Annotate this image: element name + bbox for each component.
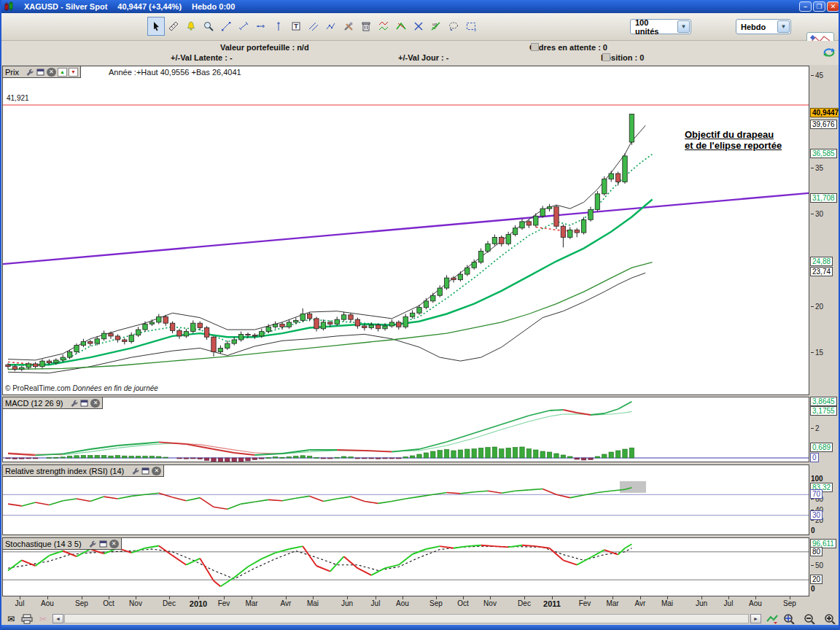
month-label: Avr <box>281 599 292 607</box>
axis-tick: 20 <box>811 303 823 311</box>
account-summary: Valeur portefeuille : n/d Ordres en atte… <box>1 41 840 65</box>
print-icon[interactable] <box>20 613 34 624</box>
stochastic-chart[interactable]: Stochastique (14 3 5) ✕ <box>2 537 809 596</box>
tool-pattern-fork[interactable] <box>392 17 410 36</box>
detach-window-icon[interactable] <box>98 540 108 548</box>
wrench-icon[interactable] <box>130 467 139 475</box>
units-dropdown[interactable]: 100 unités ▼ <box>630 19 691 34</box>
axis-tag: 30 <box>810 510 822 520</box>
tool-channel[interactable] <box>305 17 322 36</box>
macd-panel-title: MACD (12 26 9) <box>5 399 63 408</box>
tool-alarm[interactable] <box>182 17 200 36</box>
axis-tick: 0 <box>811 585 815 593</box>
chart-annotation[interactable]: Objectif du drapeau et de l'elipse repor… <box>685 129 782 151</box>
tool-settings[interactable] <box>340 17 357 36</box>
portfolio-value: Valeur portefeuille : n/d <box>220 43 309 52</box>
price-chart[interactable]: Prix ✕ ▲ ▼ Année :+Haut 40,9556 +Bas 26,… <box>2 66 809 395</box>
tool-lasso[interactable] <box>445 17 462 36</box>
close-panel-icon[interactable]: ✕ <box>47 68 56 77</box>
tool-vertical-line[interactable] <box>270 17 287 36</box>
cut-icon[interactable]: ✂ <box>36 613 50 624</box>
rsi-panel-title: Relative strength index (RSI) (14) <box>5 467 124 475</box>
axis-tag: 20 <box>810 575 822 584</box>
tool-polyline[interactable] <box>322 17 340 36</box>
axis-tick: 50 <box>811 561 823 569</box>
month-label: 2011 <box>543 599 561 608</box>
month-label: Sep <box>429 599 443 607</box>
month-label: Fev <box>579 599 591 607</box>
scroll-right-button[interactable]: ► <box>750 614 761 623</box>
month-label: Sep <box>75 599 88 607</box>
month-label: Nov <box>483 599 497 607</box>
close-panel-icon[interactable]: ✕ <box>90 399 100 408</box>
axis-tag: 3,1755 <box>810 406 837 416</box>
tool-horizontal-line[interactable] <box>252 17 270 36</box>
month-label: Jun <box>341 599 353 607</box>
macd-panel-header: MACD (12 26 9) ✕ <box>3 397 103 409</box>
scroll-left-button[interactable]: ◄ <box>52 614 63 623</box>
axis-tag: 3,8645 <box>810 397 837 406</box>
title-instrument: XAGUSD - Silver Spot <box>24 2 107 11</box>
app-window: XAGUSD - Silver Spot 40,9447 (+3,44%) He… <box>0 0 840 630</box>
axis-tag: 39,676 <box>810 120 837 129</box>
tool-zone[interactable]: x <box>462 17 480 36</box>
tool-pattern-triangles[interactable] <box>375 17 392 36</box>
zoom-in-icon[interactable] <box>824 613 837 624</box>
close-panel-icon[interactable]: ✕ <box>152 467 161 475</box>
month-label: Jul <box>371 599 381 607</box>
year-high-low: Année :+Haut 40,9556 +Bas 26,4041 <box>109 68 241 77</box>
resistance-level-label: 41,921 <box>7 94 29 102</box>
wrench-icon[interactable] <box>25 68 34 77</box>
refresh-icon[interactable] <box>822 47 836 58</box>
scale-up-icon[interactable]: ▲ <box>58 68 67 77</box>
axis-tag: 23,74 <box>810 267 833 276</box>
chevron-down-icon[interactable]: ▼ <box>677 20 690 33</box>
chart-scrollbar[interactable] <box>64 614 749 623</box>
day-value: +/-Val Jour : - <box>398 53 448 62</box>
axis-tag: 36,585 <box>810 149 837 158</box>
drawing-toolbar: Tuzx 100 unités ▼ Hebdo ▼ <box>1 13 840 41</box>
month-label: Oct <box>457 599 469 607</box>
price-panel-title: Prix <box>5 68 19 77</box>
window-frame <box>1 625 840 630</box>
axis-tag: 31,708 <box>810 193 837 203</box>
tool-ruler[interactable] <box>165 17 182 36</box>
tool-regression[interactable]: uz <box>427 17 445 36</box>
month-label: Jul <box>724 599 734 607</box>
price-panel-header: Prix ✕ ▲ ▼ <box>3 66 81 78</box>
minimize-icon[interactable]: – <box>799 1 812 12</box>
zoom-fit-icon[interactable] <box>783 613 796 624</box>
detach-window-icon[interactable] <box>36 68 45 77</box>
zoom-out-icon[interactable] <box>804 613 817 624</box>
macd-chart[interactable]: MACD (12 26 9) ✕ <box>2 397 809 462</box>
month-label: Jun <box>696 599 707 607</box>
tool-segment[interactable] <box>235 17 252 36</box>
month-label: Mar <box>245 599 257 607</box>
time-axis[interactable]: JulAouSepOctNovDec2010FevMarAvrMaiJunJul… <box>1 596 809 612</box>
close-icon[interactable]: ✕ <box>827 1 839 12</box>
tool-trendline[interactable] <box>217 17 235 36</box>
restore-icon[interactable]: ❐ <box>813 1 825 12</box>
tool-zoom[interactable] <box>200 17 217 36</box>
latent-value: +/-Val Latente : - <box>171 53 233 62</box>
orders-icon[interactable] <box>531 43 539 51</box>
detach-window-icon[interactable] <box>141 467 150 475</box>
rsi-panel-header: Relative strength index (RSI) (14) ✕ <box>3 465 164 477</box>
mail-icon[interactable]: ✉ <box>4 613 18 624</box>
position-icon[interactable] <box>602 53 610 61</box>
wrench-icon[interactable] <box>88 540 97 548</box>
tool-text[interactable]: T <box>287 17 305 36</box>
chart-mode-icon[interactable] <box>766 613 779 624</box>
tool-pointer[interactable] <box>147 17 165 36</box>
rsi-chart[interactable]: Relative strength index (RSI) (14) ✕ <box>2 464 809 535</box>
close-panel-icon[interactable]: ✕ <box>109 540 119 548</box>
detach-window-icon[interactable] <box>79 399 89 408</box>
tool-delete[interactable] <box>357 17 375 36</box>
tool-cross-lines[interactable] <box>410 17 427 36</box>
period-dropdown[interactable]: Hebdo ▼ <box>736 19 791 34</box>
scale-down-icon[interactable]: ▼ <box>69 68 78 77</box>
wrench-icon[interactable] <box>69 399 78 408</box>
price-axis[interactable]: 453530201540,944739,67636,58531,70824,88… <box>809 66 840 598</box>
axis-tag: 0,689 <box>810 443 833 452</box>
chevron-down-icon[interactable]: ▼ <box>777 20 790 33</box>
